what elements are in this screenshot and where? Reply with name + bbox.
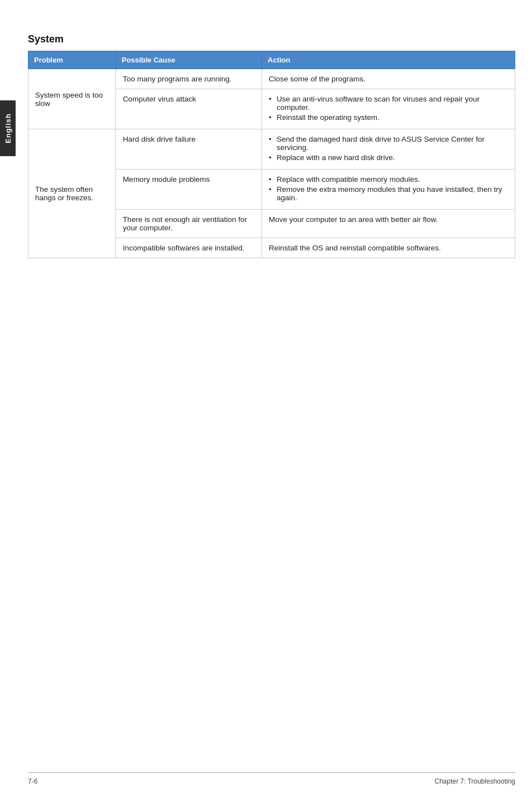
- cause-cell: There is not enough air ventilation for …: [116, 210, 262, 238]
- action-bullet: Send the damaged hard disk drive to ASUS…: [269, 135, 508, 152]
- cause-cell: Incompatible softwares are installed.: [116, 238, 262, 258]
- action-bullet: Replace with compatible memory modules.: [269, 175, 508, 183]
- section-title: System: [28, 33, 515, 45]
- footer-left: 7-6: [28, 777, 37, 785]
- table-row: The system often hangs or freezes.Hard d…: [28, 129, 515, 170]
- action-cell: Replace with compatible memory modules.R…: [262, 170, 515, 210]
- cause-cell: Memory module problems: [116, 170, 262, 210]
- action-cell: Send the damaged hard disk drive to ASUS…: [262, 129, 515, 170]
- col-header-problem: Problem: [28, 51, 116, 69]
- problem-cell: The system often hangs or freezes.: [28, 129, 116, 258]
- cause-cell: Computer virus attack: [116, 89, 262, 129]
- table-header-row: Problem Possible Cause Action: [28, 51, 515, 69]
- col-header-cause: Possible Cause: [116, 51, 262, 69]
- action-bullet: Reinstall the operating system.: [269, 113, 508, 122]
- action-bullet: Remove the extra memory modules that you…: [269, 185, 508, 202]
- action-bullet: Replace with a new hard disk drive.: [269, 153, 508, 162]
- action-bullet: Use an anti-virus software to scan for v…: [269, 95, 508, 112]
- main-content: System Problem Possible Cause Action Sys…: [28, 0, 515, 258]
- cause-cell: Too many programs are running.: [116, 69, 262, 89]
- footer: 7-6 Chapter 7: Troubleshooting: [28, 772, 515, 785]
- side-tab: English: [0, 100, 16, 156]
- cause-cell: Hard disk drive failure: [116, 129, 262, 170]
- footer-right: Chapter 7: Troubleshooting: [434, 777, 515, 785]
- action-cell: Move your computer to an area with bette…: [262, 210, 515, 238]
- action-cell: Reinstall the OS and reinstall compatibl…: [262, 238, 515, 258]
- troubleshooting-table: Problem Possible Cause Action System spe…: [28, 51, 515, 258]
- col-header-action: Action: [262, 51, 515, 69]
- action-cell: Close some of the programs.: [262, 69, 515, 89]
- problem-cell: System speed is too slow: [28, 69, 116, 129]
- table-row: System speed is too slowToo many program…: [28, 69, 515, 89]
- side-tab-label: English: [4, 113, 12, 143]
- action-cell: Use an anti-virus software to scan for v…: [262, 89, 515, 129]
